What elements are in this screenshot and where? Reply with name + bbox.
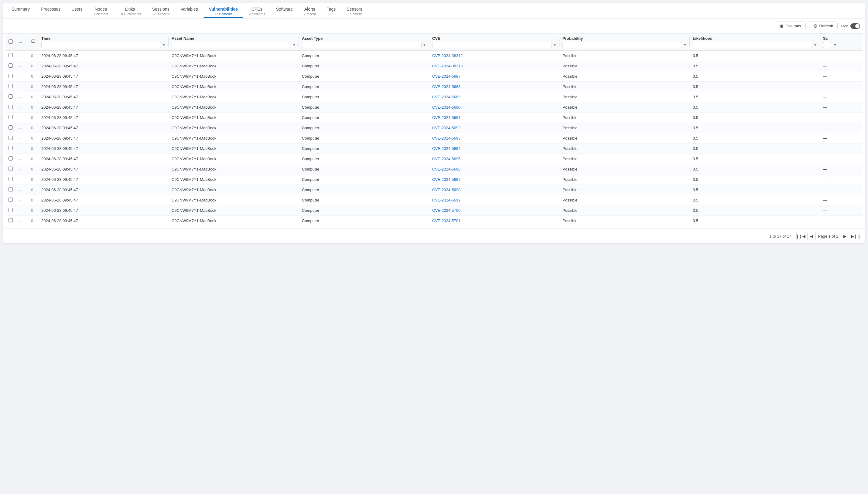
row-checkbox[interactable] (8, 177, 13, 181)
row-checkbox[interactable] (8, 136, 13, 140)
row-checkbox[interactable] (8, 94, 13, 99)
first-page-button[interactable]: ❙❙◀ (796, 232, 805, 240)
row-checkbox[interactable] (8, 197, 13, 202)
row-likelihood-cell: 0.5 (690, 61, 820, 71)
tab-nodes[interactable]: Nodes1 element (88, 3, 113, 18)
row-actions-dots[interactable]: ··· (19, 198, 24, 203)
asset-name-filter-icon[interactable]: ▼ (292, 43, 296, 47)
row-cve-link[interactable]: CVE-2024-5688 (432, 84, 460, 89)
row-cve-link[interactable]: CVE-2024-5693 (432, 136, 460, 140)
row-actions-dots[interactable]: ··· (19, 188, 24, 192)
row-checkbox[interactable] (8, 218, 13, 223)
row-checkbox[interactable] (8, 146, 13, 150)
next-page-button[interactable]: ▶ (841, 232, 849, 240)
row-actions-dots[interactable]: ··· (19, 136, 24, 141)
row-sc-cell: — (820, 205, 863, 216)
tab-alerts[interactable]: Alerts2 recent (298, 3, 321, 18)
tab-sessions[interactable]: Sessions7294 recent (146, 3, 175, 18)
row-time-cell: 2024-06-28 09:45:47 (38, 185, 168, 195)
row-cve-link[interactable]: CVE-2024-5691 (432, 115, 460, 120)
row-num: 0 (31, 208, 33, 213)
row-probability: Possible (562, 115, 577, 120)
select-all-checkbox[interactable] (8, 39, 13, 44)
asset-type-filter-input[interactable] (302, 42, 421, 48)
tab-summary[interactable]: Summary (6, 3, 35, 18)
row-checkbox[interactable] (8, 63, 13, 68)
row-actions-dots[interactable]: ··· (19, 218, 24, 223)
row-checkbox[interactable] (8, 208, 13, 212)
time-filter-icon[interactable]: ▼ (162, 43, 165, 47)
time-filter-input[interactable] (41, 42, 161, 48)
asset-name-filter-input[interactable] (171, 42, 291, 48)
row-checkbox[interactable] (8, 156, 13, 160)
row-actions-dots[interactable]: ··· (19, 74, 24, 79)
asset-type-filter-icon[interactable]: ▼ (423, 43, 426, 47)
row-checkbox[interactable] (8, 187, 13, 191)
row-actions-dots[interactable]: ··· (19, 64, 24, 69)
row-checkbox[interactable] (8, 84, 13, 88)
row-actions-dots[interactable]: ··· (19, 208, 24, 213)
row-cve-link[interactable]: CVE-2024-5699 (432, 198, 460, 203)
row-cve-link[interactable]: CVE-2024-5695 (432, 156, 460, 161)
row-cve-link[interactable]: CVE-2024-5701 (432, 218, 460, 223)
tab-tags[interactable]: Tags (321, 3, 341, 18)
table-row: ··· 0 2024-06-28 09:45:47 C9CNW9M7Y1-Mac… (5, 92, 863, 102)
row-cve-link[interactable]: CVE-2024-5696 (432, 167, 460, 171)
tab-variables[interactable]: Variables (175, 3, 203, 18)
columns-button[interactable]: Columns (775, 21, 806, 30)
probability-filter-input[interactable] (562, 42, 682, 48)
last-page-button[interactable]: ▶❙❙ (852, 232, 860, 240)
row-checkbox[interactable] (8, 167, 13, 171)
row-likelihood-cell: 0.5 (690, 51, 820, 61)
row-cve-link[interactable]: CVE-2024-5689 (432, 95, 460, 99)
sc-filter-input[interactable] (823, 42, 832, 48)
row-cve-link[interactable]: CVE-2024-38313 (432, 64, 463, 68)
cve-filter-icon[interactable]: ▼ (553, 43, 556, 47)
probability-filter-icon[interactable]: ▼ (683, 43, 687, 47)
row-actions-dots[interactable]: ··· (19, 167, 24, 172)
row-time: 2024-06-28 09:45:47 (41, 188, 78, 192)
row-actions-dots[interactable]: ··· (19, 177, 24, 182)
row-cve-link[interactable]: CVE-2024-5692 (432, 126, 460, 130)
row-checkbox[interactable] (8, 53, 13, 57)
refresh-button[interactable]: Refresh (809, 21, 838, 30)
row-actions-dots[interactable]: ··· (19, 126, 24, 131)
prev-page-button[interactable]: ◀ (807, 232, 816, 240)
row-checkbox[interactable] (8, 74, 13, 78)
row-checkbox[interactable] (8, 105, 13, 109)
row-cve-link[interactable]: CVE-2024-5698 (432, 188, 460, 192)
row-actions-dots[interactable]: ··· (19, 146, 24, 151)
tab-users[interactable]: Users (66, 3, 88, 18)
sc-filter-icon[interactable]: ▼ (833, 43, 837, 47)
row-actions-dots[interactable]: ··· (19, 84, 24, 89)
row-cve-link[interactable]: CVE-2024-5694 (432, 146, 460, 151)
actions-col-header: ··· (16, 34, 28, 51)
row-cve-link[interactable]: CVE-2024-5697 (432, 177, 460, 182)
cve-filter-input[interactable] (432, 42, 552, 48)
row-time: 2024-06-28 09:45:47 (41, 84, 78, 89)
likelihood-filter-icon[interactable]: ▼ (814, 43, 817, 47)
row-cve-link[interactable]: CVE-2024-5700 (432, 208, 460, 213)
row-cve-link[interactable]: CVE-2024-38312 (432, 53, 463, 58)
row-checkbox[interactable] (8, 125, 13, 130)
row-actions-dots[interactable]: ··· (19, 156, 24, 162)
live-toggle-switch[interactable] (850, 23, 860, 29)
row-cve-link[interactable]: CVE-2024-5690 (432, 105, 460, 110)
tab-vulnerabilities[interactable]: Vulnerabilities17 elements (203, 3, 243, 18)
row-probability-cell: Possible (559, 113, 690, 123)
row-actions-dots[interactable]: ··· (19, 95, 24, 99)
tab-processes[interactable]: Processes (35, 3, 66, 18)
row-actions-dots[interactable]: ··· (19, 53, 24, 58)
row-asset-name: C9CNW9M7Y1-MacBook (171, 64, 216, 68)
likelihood-filter-input[interactable] (693, 42, 812, 48)
row-cve-link[interactable]: CVE-2024-5687 (432, 74, 460, 79)
row-sc-cell: — (820, 154, 863, 164)
row-actions-dots[interactable]: ··· (19, 115, 24, 120)
row-cve-cell: CVE-2024-5690 (429, 102, 559, 113)
tab-software[interactable]: Software (271, 3, 298, 18)
row-actions-dots[interactable]: ··· (19, 105, 24, 110)
tab-links[interactable]: Links1805 elements (113, 3, 146, 18)
row-checkbox[interactable] (8, 115, 13, 119)
tab-sensors[interactable]: Sensors1 element (341, 3, 367, 18)
tab-cpes[interactable]: CPEs2 elements (243, 3, 271, 18)
